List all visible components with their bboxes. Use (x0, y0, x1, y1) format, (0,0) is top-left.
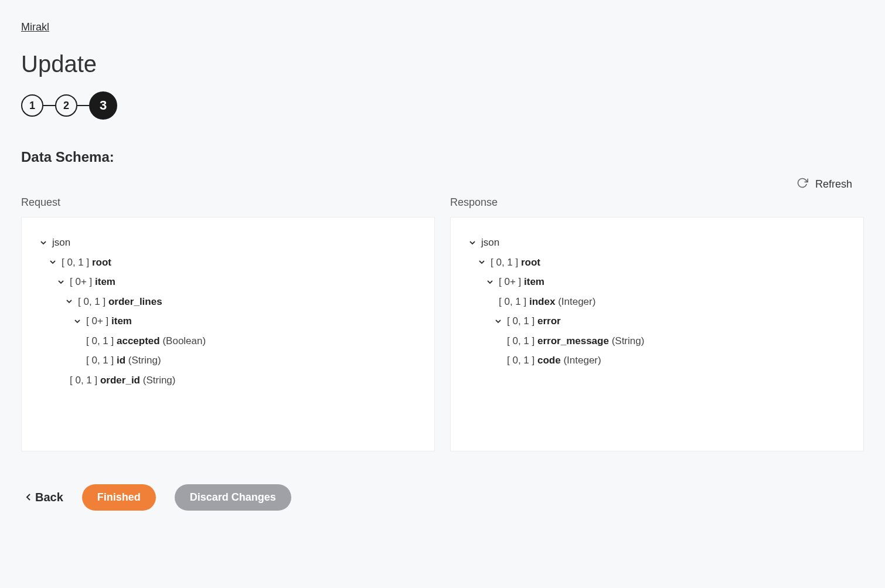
tree-node-json[interactable]: json (38, 233, 423, 253)
tree-leaf-code[interactable]: [ 0, 1 ] code (Integer) (467, 351, 852, 371)
tree-node-type: (Integer) (558, 294, 595, 310)
tree-node-item[interactable]: [ 0+ ] item (467, 272, 852, 292)
tree-node-cardinality: [ 0+ ] (86, 314, 108, 329)
refresh-button[interactable]: Refresh (794, 175, 864, 194)
step-3[interactable]: 3 (89, 91, 117, 120)
response-label: Response (450, 196, 864, 209)
back-label: Back (35, 491, 63, 504)
tree-node-cardinality: [ 0, 1 ] (62, 255, 89, 270)
tree-node-error[interactable]: [ 0, 1 ] error (467, 311, 852, 331)
tree-node-root[interactable]: [ 0, 1 ] root (38, 253, 423, 273)
tree-node-cardinality: [ 0+ ] (70, 274, 92, 290)
chevron-down-icon (64, 298, 74, 305)
tree-leaf-id[interactable]: [ 0, 1 ] id (String) (38, 351, 423, 371)
tree-node-name: accepted (117, 334, 160, 349)
tree-node-type: (String) (612, 334, 645, 349)
chevron-down-icon (485, 278, 495, 285)
tree-node-cardinality: [ 0, 1 ] (78, 294, 105, 310)
tree-node-name: item (111, 314, 132, 329)
chevron-down-icon (72, 318, 83, 325)
tree-node-cardinality: [ 0, 1 ] (70, 373, 97, 388)
step-2[interactable]: 2 (55, 94, 77, 117)
refresh-icon (796, 177, 808, 192)
chevron-down-icon (493, 318, 503, 325)
tree-leaf-error-message[interactable]: [ 0, 1 ] error_message (String) (467, 331, 852, 351)
section-heading: Data Schema: (21, 149, 864, 165)
step-connector (43, 105, 55, 106)
tree-node-name: root (92, 255, 111, 270)
tree-node-cardinality: [ 0, 1 ] (491, 255, 518, 270)
tree-node-cardinality: [ 0, 1 ] (86, 334, 114, 349)
tree-node-cardinality: [ 0, 1 ] (507, 353, 535, 368)
tree-node-type: (String) (143, 373, 176, 388)
chevron-down-icon (56, 278, 66, 285)
step-connector (77, 105, 89, 106)
tree-node-item[interactable]: [ 0+ ] item (38, 272, 423, 292)
tree-node-type: (String) (128, 353, 161, 368)
breadcrumb-link[interactable]: Mirakl (21, 21, 49, 33)
request-label: Request (21, 196, 435, 209)
discard-button[interactable]: Discard Changes (175, 484, 291, 511)
tree-node-label: json (52, 235, 70, 250)
tree-node-name: code (537, 353, 561, 368)
chevron-down-icon (47, 259, 58, 266)
tree-node-type: (Boolean) (162, 334, 206, 349)
tree-leaf-order-id[interactable]: [ 0, 1 ] order_id (String) (38, 371, 423, 390)
tree-node-type: (Integer) (563, 353, 601, 368)
tree-node-cardinality: [ 0, 1 ] (507, 314, 535, 329)
chevron-down-icon (38, 239, 49, 246)
step-1[interactable]: 1 (21, 94, 43, 117)
stepper: 1 2 3 (21, 91, 864, 120)
page-title: Update (21, 51, 864, 77)
tree-node-item-inner[interactable]: [ 0+ ] item (38, 311, 423, 331)
tree-node-name: order_id (100, 373, 140, 388)
tree-node-label: json (481, 235, 499, 250)
response-panel: json [ 0, 1 ] root [ 0+ ] item [ 0, 1 ] … (450, 217, 864, 451)
tree-node-name: error_message (537, 334, 609, 349)
tree-node-cardinality: [ 0+ ] (499, 274, 521, 290)
tree-node-name: item (95, 274, 115, 290)
tree-leaf-accepted[interactable]: [ 0, 1 ] accepted (Boolean) (38, 331, 423, 351)
tree-node-cardinality: [ 0, 1 ] (86, 353, 114, 368)
tree-node-name: item (524, 274, 544, 290)
refresh-label: Refresh (815, 178, 852, 191)
tree-node-cardinality: [ 0, 1 ] (507, 334, 535, 349)
tree-leaf-index[interactable]: [ 0, 1 ] index (Integer) (467, 292, 852, 312)
tree-node-root[interactable]: [ 0, 1 ] root (467, 253, 852, 273)
tree-node-name: error (537, 314, 561, 329)
back-button[interactable]: Back (26, 491, 63, 504)
tree-node-cardinality: [ 0, 1 ] (499, 294, 526, 310)
tree-node-name: id (117, 353, 125, 368)
finished-button[interactable]: Finished (82, 484, 156, 511)
request-panel: json [ 0, 1 ] root [ 0+ ] item [ 0, 1 ] … (21, 217, 435, 451)
chevron-left-icon (26, 491, 32, 504)
tree-node-name: index (529, 294, 555, 310)
chevron-down-icon (467, 239, 478, 246)
tree-node-json[interactable]: json (467, 233, 852, 253)
tree-node-name: order_lines (108, 294, 162, 310)
tree-node-order-lines[interactable]: [ 0, 1 ] order_lines (38, 292, 423, 312)
chevron-down-icon (476, 259, 487, 266)
tree-node-name: root (521, 255, 540, 270)
